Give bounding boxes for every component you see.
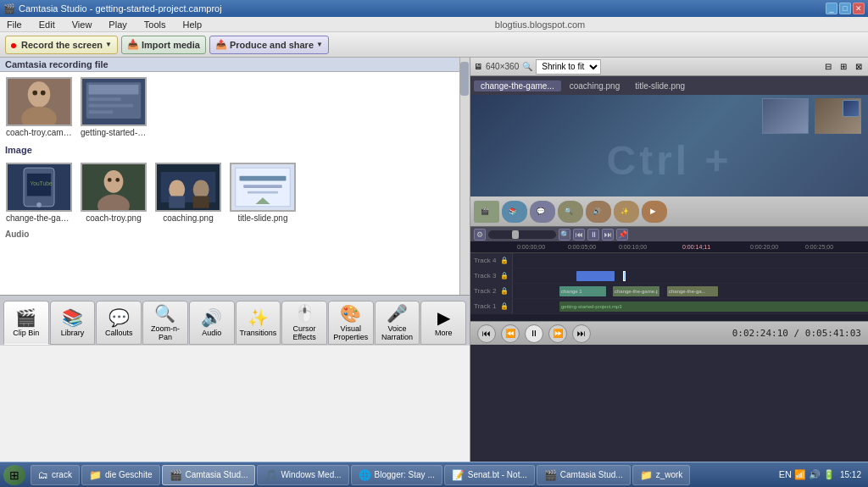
preview-btn1[interactable]: ⊟ bbox=[822, 62, 834, 71]
taskbar-icon-crack: 🗂 bbox=[38, 469, 48, 481]
mini-clip-audio[interactable]: getting-started-project.mp3 bbox=[559, 302, 868, 312]
menu-view[interactable]: View bbox=[69, 19, 96, 30]
mini-tl-btn3[interactable]: ⏭ bbox=[602, 229, 614, 241]
mini-timeline-tracks: Track 4 🔒 Track 3 🔒 Track 2 bbox=[470, 253, 868, 321]
record-dropdown-icon[interactable]: ▼ bbox=[105, 41, 112, 48]
close-button[interactable]: ✕ bbox=[853, 3, 865, 14]
image-section-label: Image bbox=[0, 142, 470, 158]
preview-btn3[interactable]: ⊠ bbox=[853, 62, 865, 71]
mini-tl-scrubber[interactable] bbox=[488, 230, 556, 239]
mini-tl-btn4[interactable]: 📌 bbox=[616, 229, 628, 241]
taskbar-item-crack[interactable]: 🗂 crack bbox=[31, 465, 80, 485]
library-icon: 📚 bbox=[62, 307, 83, 328]
tab-zoom-pan[interactable]: 🔍 Zoom-n-Pan bbox=[142, 301, 188, 345]
tab-callouts[interactable]: 💬 Callouts bbox=[96, 301, 142, 345]
mini-clip-change3[interactable]: change-the-ga... bbox=[667, 286, 718, 296]
tab-cursor-effects[interactable]: 🖱️ Cursor Effects bbox=[281, 301, 327, 345]
svg-point-21 bbox=[115, 178, 120, 182]
tab-voice-narration[interactable]: 🎤 Voice Narration bbox=[375, 301, 420, 345]
scrollbar-thumb[interactable] bbox=[460, 62, 469, 96]
taskbar-item-geschite[interactable]: 📁 die Geschite bbox=[81, 465, 160, 485]
change-the-game-thumb: YouTube bbox=[6, 163, 72, 212]
preview-tool-1[interactable]: 🎬 bbox=[474, 201, 499, 223]
taskbar-item-camtasia2[interactable]: 🎬 Camtasia Stud... bbox=[537, 465, 631, 485]
list-item[interactable]: coaching.png bbox=[154, 163, 222, 223]
taskbar-item-camtasia1[interactable]: 🎬 Camtasia Stud... bbox=[162, 465, 256, 485]
record-screen-button[interactable]: Record the screen ▼ bbox=[5, 36, 118, 54]
rewind-button[interactable]: ⏪ bbox=[501, 324, 520, 343]
mini-clip-selected[interactable] bbox=[623, 271, 626, 281]
mini-track-1-label: Track 1 bbox=[474, 302, 496, 310]
tabs-row: 🎬 Clip Bin 📚 Library 💬 Callouts 🔍 Zoom-n… bbox=[0, 296, 470, 345]
fast-forward-button[interactable]: ⏩ bbox=[548, 324, 567, 343]
preview-tab-0[interactable]: change-the-game... bbox=[474, 80, 561, 91]
taskbar-item-windows-media[interactable]: 🎵 Windows Med... bbox=[257, 465, 348, 485]
maximize-button[interactable]: □ bbox=[839, 3, 851, 14]
getting-started-thumb bbox=[81, 77, 147, 126]
mini-clip-change[interactable]: change 1 bbox=[559, 286, 606, 296]
taskbar-item-zwork[interactable]: 📁 z_work bbox=[632, 465, 691, 485]
record-icon bbox=[11, 40, 19, 50]
preview-tool-6[interactable]: ✨ bbox=[614, 201, 639, 223]
preview-btn2[interactable]: ⊞ bbox=[837, 62, 849, 71]
mini-track-2-lock[interactable]: 🔒 bbox=[500, 287, 509, 295]
preview-tool-3[interactable]: 💬 bbox=[530, 201, 555, 223]
tab-visual-properties[interactable]: 🎨 Visual Properties bbox=[328, 301, 374, 345]
menu-edit[interactable]: Edit bbox=[36, 19, 58, 30]
preview-tool-4[interactable]: 🔍 bbox=[558, 201, 583, 223]
mini-tl-zoom-out[interactable]: 🔍 bbox=[559, 229, 570, 241]
svg-rect-10 bbox=[89, 110, 113, 113]
list-item[interactable]: YouTube change-the-game... bbox=[5, 163, 73, 223]
mini-track-3-lock[interactable]: 🔒 bbox=[500, 272, 509, 279]
mini-tl-btn1[interactable]: ⏮ bbox=[573, 229, 585, 241]
preview-tab-1[interactable]: coaching.png bbox=[563, 80, 627, 91]
main-toolbar: Record the screen ▼ 📥 Import media 📤 Pro… bbox=[0, 32, 868, 58]
menu-play[interactable]: Play bbox=[105, 19, 130, 30]
tray-icon-lang: EN bbox=[779, 469, 792, 480]
preview-tool-7[interactable]: ▶ bbox=[642, 201, 667, 223]
skip-to-end-button[interactable]: ⏭ bbox=[572, 324, 591, 343]
preview-tab-2[interactable]: title-slide.png bbox=[628, 80, 692, 91]
produce-dropdown-icon[interactable]: ▼ bbox=[316, 41, 323, 48]
menu-help[interactable]: Help bbox=[179, 19, 205, 30]
skip-to-start-button[interactable]: ⏮ bbox=[477, 324, 496, 343]
taskbar-item-senat[interactable]: 📝 Senat.bt - Not... bbox=[444, 465, 535, 485]
list-item[interactable]: title-slide.png bbox=[229, 163, 297, 223]
play-pause-button[interactable]: ⏸ bbox=[525, 324, 543, 343]
import-icon: 📥 bbox=[127, 39, 139, 50]
media-bin-scrollbar[interactable] bbox=[459, 58, 470, 295]
mini-track-4-lock[interactable]: 🔒 bbox=[500, 257, 509, 264]
start-button[interactable]: ⊞ bbox=[3, 465, 25, 485]
tab-audio[interactable]: 🔊 Audio bbox=[189, 301, 235, 345]
minimize-button[interactable]: _ bbox=[826, 3, 837, 14]
list-item[interactable]: getting-started-pr... bbox=[80, 77, 147, 137]
svg-point-14 bbox=[36, 202, 42, 208]
mini-track-1-lock[interactable]: 🔒 bbox=[500, 302, 509, 310]
taskbar-icon-camtasia2: 🎬 bbox=[544, 469, 557, 481]
tab-transitions[interactable]: ✨ Transitions bbox=[236, 301, 281, 345]
mini-track-1-header: Track 1 🔒 bbox=[470, 299, 513, 313]
list-item[interactable]: coach-troy.png bbox=[80, 163, 147, 223]
import-media-button[interactable]: 📥 Import media bbox=[121, 36, 206, 54]
tab-more[interactable]: ▶ More bbox=[420, 301, 466, 345]
mini-track-1-content: getting-started-project.mp3 bbox=[513, 299, 868, 313]
preview-tool-5[interactable]: 🔊 bbox=[586, 201, 611, 223]
mini-clip-change2[interactable]: change-the-game.png bbox=[613, 286, 659, 296]
tab-clip-bin[interactable]: 🎬 Clip Bin bbox=[3, 301, 49, 345]
menu-tools[interactable]: Tools bbox=[141, 19, 170, 30]
preview-tool-2[interactable]: 📚 bbox=[502, 201, 527, 223]
clip-bin-icon: 🎬 bbox=[15, 307, 36, 328]
mini-tl-btn2[interactable]: ⏸ bbox=[587, 229, 599, 241]
tab-library[interactable]: 📚 Library bbox=[50, 301, 96, 345]
mini-tl-settings-btn[interactable]: ⚙ bbox=[474, 229, 486, 241]
svg-rect-8 bbox=[89, 97, 121, 101]
list-item[interactable]: coach-troy.camrec bbox=[5, 77, 73, 137]
produce-share-button[interactable]: 📤 Produce and share ▼ bbox=[209, 36, 329, 54]
mini-clip[interactable] bbox=[576, 271, 615, 281]
svg-point-1 bbox=[28, 81, 51, 107]
taskbar-item-blogger[interactable]: 🌐 Blogger: Stay ... bbox=[351, 465, 442, 485]
fit-to-screen-select[interactable]: Shrink to fit bbox=[536, 59, 601, 75]
menu-bar: File Edit View Play Tools Help blogtius.… bbox=[0, 17, 868, 32]
menu-file[interactable]: File bbox=[3, 19, 25, 30]
taskbar-icon-geschite: 📁 bbox=[89, 469, 102, 481]
